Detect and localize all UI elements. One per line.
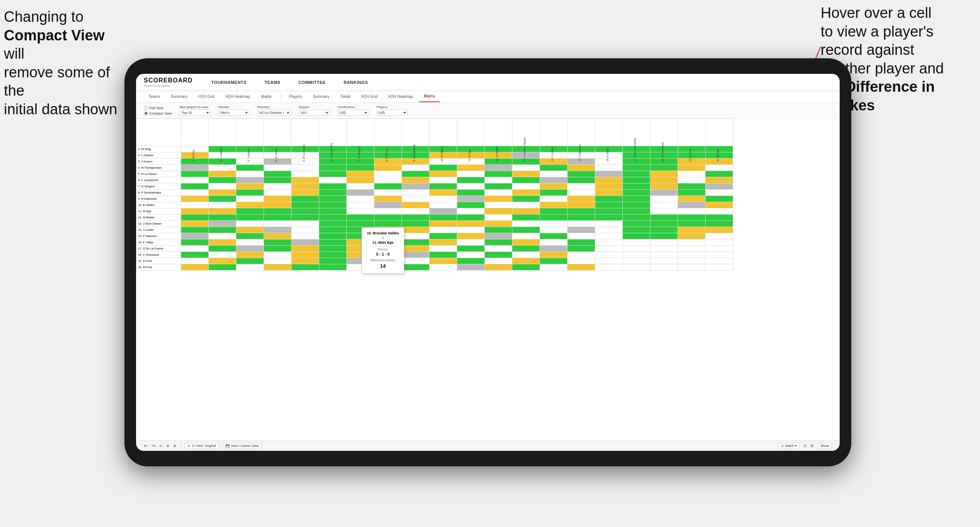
cell-6-13[interactable] xyxy=(540,183,568,190)
cell-3-11[interactable] xyxy=(485,165,512,171)
cell-1-7[interactable] xyxy=(374,152,402,159)
cell-3-5[interactable] xyxy=(319,165,347,171)
cell-4-6[interactable] xyxy=(347,171,374,177)
cell-8-3[interactable] xyxy=(264,196,292,202)
cell-18-18[interactable] xyxy=(678,258,706,264)
cell-18-8[interactable] xyxy=(402,258,430,264)
cell-4-12[interactable] xyxy=(512,171,540,177)
cell-3-18[interactable] xyxy=(678,165,706,171)
cell-19-1[interactable] xyxy=(209,264,236,270)
cell-11-9[interactable] xyxy=(430,215,457,221)
cell-3-9[interactable] xyxy=(430,165,457,171)
cell-6-15[interactable] xyxy=(595,183,623,190)
toolbar-icon2[interactable]: ⊕ xyxy=(166,444,169,448)
cell-17-0[interactable] xyxy=(181,252,209,258)
cell-16-2[interactable] xyxy=(236,246,264,252)
cell-14-5[interactable] xyxy=(319,233,347,239)
cell-17-17[interactable] xyxy=(650,252,678,258)
cell-6-2[interactable] xyxy=(236,183,264,190)
cell-2-2[interactable] xyxy=(236,159,264,165)
cell-3-12[interactable] xyxy=(512,165,540,171)
cell-12-9[interactable] xyxy=(430,221,457,227)
cell-1-4[interactable] xyxy=(292,152,319,159)
cell-9-15[interactable] xyxy=(595,202,623,208)
cell-6-14[interactable] xyxy=(568,183,595,190)
cell-1-16[interactable] xyxy=(623,152,650,159)
cell-13-8[interactable] xyxy=(402,227,430,233)
cell-9-13[interactable] xyxy=(540,202,568,208)
cell-8-15[interactable] xyxy=(595,196,623,202)
cell-15-14[interactable] xyxy=(568,239,595,246)
cell-5-10[interactable] xyxy=(457,177,485,183)
cell-10-16[interactable] xyxy=(623,208,650,215)
redo-icon[interactable]: ↪ xyxy=(152,443,155,448)
cell-7-4[interactable] xyxy=(292,190,319,196)
cell-18-3[interactable] xyxy=(264,258,292,264)
cell-18-2[interactable] xyxy=(236,258,264,264)
toolbar-icon1[interactable]: ⊙ xyxy=(159,444,162,448)
cell-2-5[interactable] xyxy=(319,159,347,165)
cell-8-9[interactable] xyxy=(430,196,457,202)
cell-17-16[interactable] xyxy=(623,252,650,258)
cell-4-5[interactable] xyxy=(319,171,347,177)
save-custom-button[interactable]: 💾 Save Custom View xyxy=(223,443,262,449)
cell-10-5[interactable] xyxy=(319,208,347,215)
cell-14-4[interactable] xyxy=(292,233,319,239)
cell-3-4[interactable] xyxy=(292,165,319,171)
cell-16-16[interactable] xyxy=(623,246,650,252)
cell-13-4[interactable] xyxy=(292,227,319,233)
share-button[interactable]: Share xyxy=(818,443,832,449)
cell-2-6[interactable] xyxy=(347,159,374,165)
cell-12-1[interactable] xyxy=(209,221,236,227)
cell-1-17[interactable] xyxy=(650,152,678,159)
cell-8-4[interactable] xyxy=(292,196,319,202)
cell-7-10[interactable] xyxy=(457,190,485,196)
cell-5-11[interactable] xyxy=(485,177,512,183)
cell-1-8[interactable] xyxy=(402,152,430,159)
cell-0-5[interactable] xyxy=(319,146,347,152)
cell-14-11[interactable] xyxy=(485,233,512,239)
cell-11-1[interactable] xyxy=(209,215,236,221)
cell-1-19[interactable] xyxy=(706,152,733,159)
cell-4-15[interactable] xyxy=(595,171,623,177)
toolbar-icon4[interactable]: ⊡ xyxy=(804,444,807,448)
cell-12-14[interactable] xyxy=(568,221,595,227)
cell-7-15[interactable] xyxy=(595,190,623,196)
cell-1-13[interactable] xyxy=(540,152,568,159)
cell-7-17[interactable] xyxy=(650,190,678,196)
cell-4-1[interactable] xyxy=(209,171,236,177)
cell-0-4[interactable] xyxy=(292,146,319,152)
cell-6-8[interactable] xyxy=(402,183,430,190)
cell-0-8[interactable] xyxy=(402,146,430,152)
cell-5-9[interactable] xyxy=(430,177,457,183)
cell-14-13[interactable] xyxy=(540,233,568,239)
cell-10-19[interactable] xyxy=(706,208,733,215)
cell-17-9[interactable] xyxy=(430,252,457,258)
cell-5-17[interactable] xyxy=(650,177,678,183)
cell-13-3[interactable] xyxy=(264,227,292,233)
cell-3-15[interactable] xyxy=(595,165,623,171)
cell-2-0[interactable] xyxy=(181,159,209,165)
cell-14-0[interactable] xyxy=(181,233,209,239)
cell-19-9[interactable] xyxy=(430,264,457,270)
cell-14-14[interactable] xyxy=(568,233,595,239)
cell-14-9[interactable] xyxy=(430,233,457,239)
cell-9-9[interactable] xyxy=(430,202,457,208)
cell-10-8[interactable] xyxy=(402,208,430,215)
cell-5-14[interactable] xyxy=(568,177,595,183)
cell-15-8[interactable] xyxy=(402,239,430,246)
cell-14-18[interactable] xyxy=(678,233,706,239)
watch-button[interactable]: ⊙ Watch ▾ xyxy=(778,443,800,449)
cell-10-6[interactable] xyxy=(347,208,374,215)
cell-9-14[interactable] xyxy=(568,202,595,208)
cell-4-19[interactable] xyxy=(706,171,733,177)
cell-0-18[interactable] xyxy=(678,146,706,152)
cell-4-9[interactable] xyxy=(430,171,457,177)
cell-17-4[interactable] xyxy=(292,252,319,258)
cell-11-4[interactable] xyxy=(292,215,319,221)
cell-1-14[interactable] xyxy=(568,152,595,159)
tab-h2h-grid2[interactable]: H2H Grid xyxy=(356,91,382,102)
cell-14-16[interactable] xyxy=(623,233,650,239)
cell-11-14[interactable] xyxy=(568,215,595,221)
tab-matrix1[interactable]: Matrix xyxy=(256,91,276,102)
